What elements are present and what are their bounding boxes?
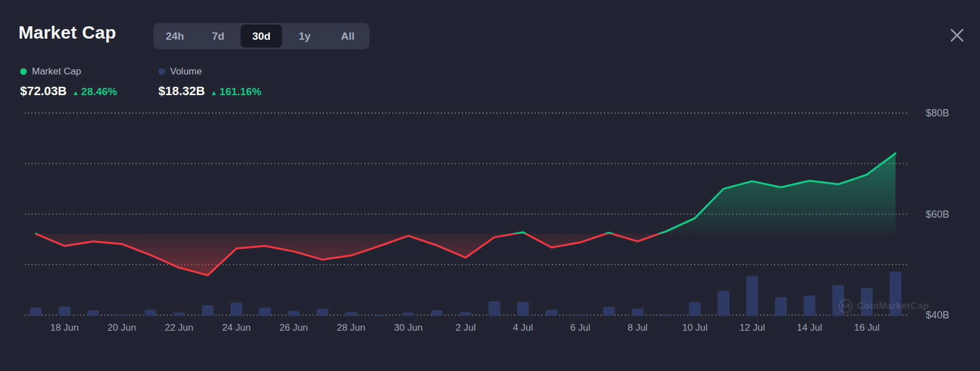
x-axis-label: 12 Jul <box>739 322 765 333</box>
x-axis-label: 22 Jun <box>165 322 193 333</box>
y-axis-label: $40B <box>926 309 949 321</box>
x-axis-label: 16 Jul <box>854 322 879 333</box>
volume-bar <box>603 307 615 316</box>
time-range-tabs: 24h7d30d1yAll <box>153 23 369 49</box>
market-cap-dot-icon <box>20 68 27 75</box>
page-title: Market Cap <box>18 22 116 43</box>
volume-bar <box>288 311 299 316</box>
x-axis-label: 8 Jul <box>627 322 648 333</box>
market-cap-chart-panel: $80B$60B$40B18 Jun20 Jun22 Jun24 Jun26 J… <box>0 0 980 371</box>
volume-bar <box>632 309 644 316</box>
volume-bar <box>517 302 529 316</box>
volume-bar <box>546 309 557 316</box>
market-cap-value: $72.03B <box>20 84 67 98</box>
tab-30d[interactable]: 30d <box>241 25 282 48</box>
volume-bar <box>374 315 386 316</box>
close-icon <box>947 25 967 45</box>
x-axis-label: 14 Jul <box>797 322 822 333</box>
x-axis-label: 10 Jul <box>682 322 707 333</box>
x-axis-label: 4 Jul <box>513 322 533 333</box>
volume-bar <box>574 314 586 316</box>
up-arrow-icon: ▲ <box>72 89 79 97</box>
market-cap-chart[interactable]: $80B$60B$40B18 Jun20 Jun22 Jun24 Jun26 J… <box>0 0 980 371</box>
volume-bar <box>87 311 99 316</box>
x-axis-label: 30 Jun <box>394 322 423 333</box>
close-button[interactable] <box>947 25 967 45</box>
volume-bar <box>144 309 156 316</box>
tab-24h[interactable]: 24h <box>154 25 195 48</box>
coinmarketcap-logo-icon <box>838 299 853 313</box>
volume-legend: Volume $18.32B ▲ 161.16% <box>158 65 261 98</box>
coinmarketcap-watermark: CoinMarketCap <box>838 299 929 313</box>
x-axis-label: 2 Jul <box>456 322 476 333</box>
volume-bar <box>345 312 357 316</box>
market-cap-change: 28.46% <box>81 86 117 98</box>
volume-legend-label: Volume <box>170 66 202 77</box>
x-axis-label: 28 Jun <box>337 322 365 333</box>
x-axis-label: 20 Jun <box>107 322 136 333</box>
tab-1y[interactable]: 1y <box>284 25 325 48</box>
y-axis-label: $80B <box>926 107 949 119</box>
volume-bar <box>202 306 214 316</box>
volume-change: 161.16% <box>219 86 261 98</box>
volume-bar <box>231 302 242 316</box>
tab-7d[interactable]: 7d <box>198 25 238 48</box>
volume-bar <box>30 307 42 316</box>
volume-bar <box>718 291 729 316</box>
volume-bar <box>804 295 815 316</box>
volume-bar <box>489 302 500 316</box>
watermark-text: CoinMarketCap <box>857 300 929 312</box>
volume-bar <box>259 307 271 316</box>
x-axis-label: 24 Jun <box>222 322 251 333</box>
up-arrow-icon: ▲ <box>210 89 217 97</box>
x-axis-label: 26 Jun <box>279 322 308 333</box>
volume-value: $18.32B <box>158 84 205 98</box>
volume-bar <box>59 307 71 316</box>
y-axis-label: $60B <box>926 209 949 220</box>
volume-bar <box>747 276 758 316</box>
market-cap-legend: Market Cap $72.03B ▲ 28.46% <box>20 65 118 98</box>
volume-bar <box>317 309 329 316</box>
volume-bar <box>174 312 185 316</box>
x-axis-label: 18 Jun <box>50 322 79 333</box>
x-axis-label: 6 Jul <box>570 322 590 333</box>
volume-bar <box>660 314 672 316</box>
volume-dot-icon <box>158 68 165 75</box>
volume-bar <box>116 314 128 316</box>
volume-bar <box>402 312 414 316</box>
market-cap-legend-label: Market Cap <box>32 66 81 77</box>
volume-bar <box>460 312 472 316</box>
tab-all[interactable]: All <box>327 25 368 48</box>
volume-bar <box>775 297 787 316</box>
volume-bar <box>431 311 443 316</box>
volume-bar <box>689 302 701 316</box>
